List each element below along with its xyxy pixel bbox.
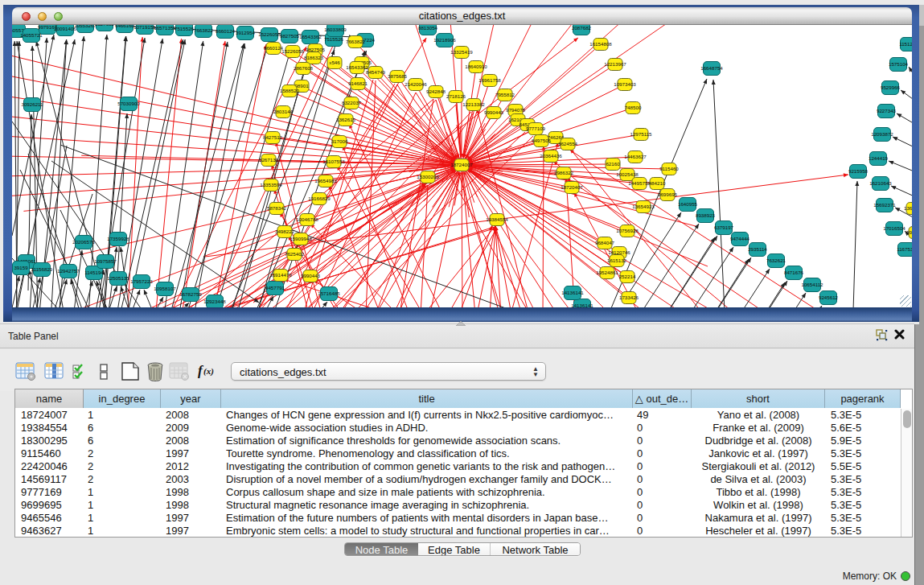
svg-text:x546: x546 xyxy=(329,60,340,65)
svg-text:16033809: 16033809 xyxy=(324,27,347,32)
svg-text:13353594: 13353594 xyxy=(260,182,282,187)
svg-text:8660124: 8660124 xyxy=(264,45,284,51)
svg-text:1365731: 1365731 xyxy=(904,205,912,211)
svg-text:17957223: 17957223 xyxy=(130,278,153,284)
svg-text:9245612: 9245612 xyxy=(819,295,839,300)
svg-text:8454749: 8454749 xyxy=(366,69,386,75)
svg-text:8813054: 8813054 xyxy=(418,25,438,31)
svg-text:15716485: 15716485 xyxy=(318,290,340,296)
svg-text:13325419: 13325419 xyxy=(450,49,473,55)
svg-text:10756928: 10756928 xyxy=(616,228,639,233)
svg-text:11156829: 11156829 xyxy=(31,266,53,272)
svg-text:19654983: 19654983 xyxy=(314,178,337,183)
svg-text:9146821: 9146821 xyxy=(348,80,368,86)
svg-text:7663822: 7663822 xyxy=(346,39,366,44)
svg-text:14136141: 14136141 xyxy=(561,290,584,295)
svg-text:15226058: 15226058 xyxy=(281,48,304,54)
svg-text:17359928: 17359928 xyxy=(107,236,129,241)
svg-text:16210643: 16210643 xyxy=(869,180,892,186)
svg-text:9227343: 9227343 xyxy=(877,108,897,113)
svg-text:8471676: 8471676 xyxy=(784,270,804,275)
svg-text:2803144: 2803144 xyxy=(273,109,294,114)
svg-text:20206576: 20206576 xyxy=(72,239,95,245)
svg-text:18640910: 18640910 xyxy=(465,64,487,69)
svg-text:484210: 484210 xyxy=(649,180,666,186)
svg-text:12942757: 12942757 xyxy=(57,268,80,274)
svg-text:7625402: 7625402 xyxy=(285,251,305,257)
svg-text:19524861: 19524861 xyxy=(596,270,618,275)
svg-text:18720407: 18720407 xyxy=(561,184,583,190)
svg-text:9794078: 9794078 xyxy=(506,107,526,113)
svg-text:14120746: 14120746 xyxy=(608,249,630,255)
svg-text:6466160: 6466160 xyxy=(115,25,135,28)
svg-text:12213382: 12213382 xyxy=(462,101,485,107)
svg-text:30926211: 30926211 xyxy=(21,101,43,107)
svg-text:1167534: 1167534 xyxy=(897,246,912,252)
svg-text:15692371: 15692371 xyxy=(873,202,896,208)
svg-text:19166829: 19166829 xyxy=(308,196,331,201)
svg-text:1145194: 1145194 xyxy=(84,270,104,275)
svg-text:9529966: 9529966 xyxy=(881,84,901,90)
svg-text:9777109: 9777109 xyxy=(526,126,546,131)
svg-text:16648754: 16648754 xyxy=(700,65,723,71)
svg-text:20364436: 20364436 xyxy=(540,153,562,159)
svg-text:15300203: 15300203 xyxy=(417,174,439,179)
svg-text:12093872: 12093872 xyxy=(871,131,893,137)
svg-text:2867608: 2867608 xyxy=(294,65,314,71)
svg-text:10553267: 10553267 xyxy=(74,25,97,28)
svg-text:5878342: 5878342 xyxy=(267,205,287,211)
svg-text:16107553: 16107553 xyxy=(322,159,345,164)
svg-text:8322037: 8322037 xyxy=(342,100,362,105)
svg-text:2935114: 2935114 xyxy=(748,246,767,252)
svg-text:9215958: 9215958 xyxy=(848,168,869,174)
svg-text:(x): (x) xyxy=(203,366,214,377)
svg-text:19218906: 19218906 xyxy=(433,37,456,43)
svg-text:9827505: 9827505 xyxy=(306,47,326,52)
svg-text:39159: 39159 xyxy=(14,265,28,270)
svg-text:252214: 252214 xyxy=(619,274,636,279)
svg-text:10654112: 10654112 xyxy=(801,282,823,287)
svg-text:9115460: 9115460 xyxy=(659,166,679,171)
svg-text:1527602: 1527602 xyxy=(95,25,115,27)
svg-text:62160: 62160 xyxy=(606,161,620,167)
svg-text:16543362: 16543362 xyxy=(299,34,322,39)
svg-text:20091406: 20091406 xyxy=(54,26,76,31)
svg-text:10958107: 10958107 xyxy=(154,286,176,291)
svg-text:2718126: 2718126 xyxy=(446,93,466,99)
svg-text:1588520: 1588520 xyxy=(280,88,300,93)
svg-text:9699695: 9699695 xyxy=(658,192,678,197)
svg-text:1244419: 1244419 xyxy=(869,155,889,161)
svg-text:15909948: 15909948 xyxy=(290,236,312,241)
svg-text:8186323: 8186323 xyxy=(304,55,324,60)
svg-text:7663822: 7663822 xyxy=(194,27,214,33)
svg-text:9242848: 9242848 xyxy=(426,89,446,94)
svg-text:1733426: 1733426 xyxy=(619,295,639,300)
svg-text:9990443: 9990443 xyxy=(484,109,504,115)
svg-text:7515526: 7515526 xyxy=(175,26,195,31)
svg-text:8660124: 8660124 xyxy=(216,28,236,34)
svg-text:6497505: 6497505 xyxy=(532,138,552,143)
svg-text:7955812: 7955812 xyxy=(495,92,515,97)
svg-text:16782759: 16782759 xyxy=(179,291,202,297)
svg-text:8427512: 8427512 xyxy=(263,134,283,140)
svg-text:10719155: 10719155 xyxy=(133,25,156,30)
svg-text:1575104: 1575104 xyxy=(889,61,909,67)
svg-text:19384554: 19384554 xyxy=(486,216,508,222)
svg-text:17016504: 17016504 xyxy=(883,225,906,231)
svg-text:1362615: 1362615 xyxy=(336,117,356,122)
svg-text:57030900: 57030900 xyxy=(117,101,140,106)
svg-text:12505135: 12505135 xyxy=(107,275,129,281)
svg-text:3912954: 3912954 xyxy=(236,30,256,35)
svg-text:9975690: 9975690 xyxy=(906,229,912,235)
svg-text:1640955: 1640955 xyxy=(678,201,698,207)
svg-text:13654923: 13654923 xyxy=(632,204,655,209)
svg-text:9684047: 9684047 xyxy=(595,240,615,245)
svg-text:1615132: 1615132 xyxy=(607,257,627,263)
svg-text:16571355: 16571355 xyxy=(154,25,176,31)
svg-text:21420046: 21420046 xyxy=(405,81,427,87)
svg-text:748500: 748500 xyxy=(625,105,642,110)
svg-text:10973403: 10973403 xyxy=(614,81,636,87)
svg-text:18724007: 18724007 xyxy=(450,162,473,167)
svg-text:9827505: 9827505 xyxy=(280,33,300,39)
svg-text:3267130: 3267130 xyxy=(259,157,279,163)
